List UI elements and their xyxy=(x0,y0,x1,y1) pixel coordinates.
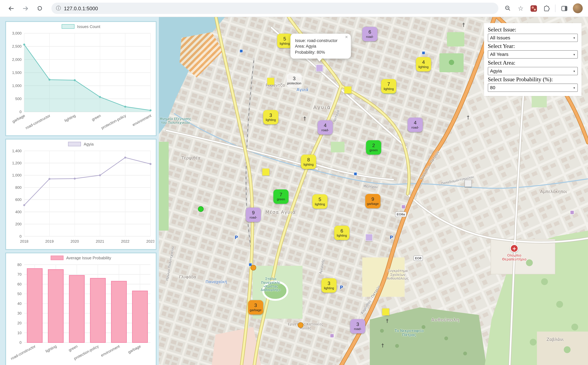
legend-swatch xyxy=(62,24,75,29)
map-square-marker[interactable] xyxy=(316,64,323,72)
cluster-count: 2 xyxy=(372,143,375,148)
zoom-icon xyxy=(504,5,511,12)
tooltip-arrow xyxy=(316,57,323,62)
issue-select[interactable]: All Issues▼ xyxy=(488,34,578,42)
bus-icon xyxy=(422,51,425,55)
map-cluster-marker[interactable]: 7lighting xyxy=(381,79,396,93)
svg-text:environment: environment xyxy=(100,344,120,358)
map-place-label: Ολύμπιο Θεραπευτήριο xyxy=(502,253,526,261)
svg-text:2022: 2022 xyxy=(121,239,129,243)
map-square-marker[interactable] xyxy=(262,168,269,175)
cluster-label: road- xyxy=(322,128,329,132)
route-badge: ΕΟ8α xyxy=(395,212,406,217)
cluster-label: road- xyxy=(366,35,373,38)
extension-shortcut[interactable] xyxy=(529,4,538,13)
map-cluster-marker[interactable]: 3lighting xyxy=(263,110,278,124)
map-cluster-marker[interactable]: 6lighting xyxy=(334,226,349,240)
bus-icon xyxy=(240,49,243,53)
map-cluster-marker[interactable]: 5lighting xyxy=(312,194,327,209)
extension-colored-icon xyxy=(530,5,537,12)
cluster-count: 7 xyxy=(280,192,282,197)
map-cluster-marker[interactable]: 9road- xyxy=(246,207,261,222)
svg-text:10: 10 xyxy=(17,331,21,335)
back-arrow-icon xyxy=(7,5,14,12)
bookmark-button[interactable]: ☆ xyxy=(517,4,525,13)
svg-text:80: 80 xyxy=(17,263,21,267)
parking-icon: P xyxy=(390,235,393,240)
extensions-menu[interactable] xyxy=(542,4,551,13)
svg-text:50: 50 xyxy=(17,292,21,296)
legend-label: Issues Count xyxy=(77,24,100,29)
map-cluster-marker[interactable]: 2green xyxy=(366,140,381,154)
parking-icon: P xyxy=(235,235,238,240)
map-cluster-marker[interactable]: 7green xyxy=(273,190,288,204)
cluster-count: 9 xyxy=(371,197,374,202)
svg-text:40: 40 xyxy=(17,302,21,306)
svg-text:2023: 2023 xyxy=(146,239,154,243)
svg-text:lighting: lighting xyxy=(45,344,57,353)
forward-arrow-icon xyxy=(22,5,29,12)
map-square-marker[interactable] xyxy=(267,78,274,85)
svg-text:800: 800 xyxy=(15,185,22,190)
tooltip-issue: Issue: road-constructor xyxy=(295,38,346,43)
cross-icon: † xyxy=(381,342,384,348)
avg-probability-chart: 01020304050607080road-constructorlightin… xyxy=(7,262,154,363)
area-select[interactable]: Agyia▼ xyxy=(488,67,578,75)
svg-text:30: 30 xyxy=(17,311,21,315)
map-dot-marker[interactable] xyxy=(198,206,204,212)
svg-text:2,500: 2,500 xyxy=(12,44,22,49)
map-square-marker[interactable] xyxy=(344,86,351,94)
map-cluster-marker[interactable]: 6road- xyxy=(362,27,377,41)
toolbar-divider xyxy=(555,5,555,12)
map-place-label: Συγκρότημα Σχολείων Ανθουπόλεως xyxy=(387,269,409,280)
page-info-icon[interactable]: ⓘ xyxy=(56,5,61,12)
browser-toolbar: ⓘ 127.0.0.1:5000 ☆ xyxy=(0,0,588,17)
cross-icon: † xyxy=(386,318,388,323)
legend-swatch xyxy=(51,256,64,260)
probability-select[interactable]: 80▼ xyxy=(488,84,578,92)
cluster-count: 3 xyxy=(269,113,272,118)
chart-legend[interactable]: Average Issue Probability xyxy=(7,254,155,262)
back-button[interactable] xyxy=(5,3,17,14)
chart-legend[interactable]: Issues Count xyxy=(7,23,155,30)
reload-button[interactable] xyxy=(34,3,45,14)
svg-text:lighting: lighting xyxy=(64,113,76,123)
forward-button[interactable] xyxy=(20,3,31,14)
svg-text:2021: 2021 xyxy=(96,239,104,243)
cross-icon: † xyxy=(304,115,306,121)
map-square-marker[interactable] xyxy=(365,234,373,241)
map-cluster-marker[interactable]: 4lighting xyxy=(416,57,431,71)
map-canvas[interactable]: ΡομάντζαΑγυιάΑγυιάΜέσα ΑγυιάΤερψιθέαΓλυφ… xyxy=(159,17,588,365)
year-select[interactable]: All Years▼ xyxy=(488,50,578,58)
zoom-button[interactable] xyxy=(504,4,512,13)
map-cluster-marker[interactable]: 4road- xyxy=(407,118,423,132)
cluster-count: 4 xyxy=(414,120,417,126)
map-place-label: Στάδιο Παναχαϊκής «Κώστας Δαβουρλής» xyxy=(261,277,281,292)
profile-avatar[interactable] xyxy=(573,3,583,13)
map-cluster-marker[interactable]: 5lighting xyxy=(277,34,292,48)
map-square-marker[interactable] xyxy=(465,180,472,187)
map-place-label: Αμπελόκηποι xyxy=(540,190,567,195)
map-cluster-marker[interactable]: 3lighting xyxy=(322,278,336,293)
area-filter-label: Select Area: xyxy=(488,59,578,66)
map-place-label: Γλυφάδα xyxy=(179,274,196,279)
address-bar[interactable]: ⓘ 127.0.0.1:5000 xyxy=(51,3,498,14)
map-cluster-marker[interactable]: 8lighting xyxy=(301,154,316,169)
probability-filter-label: Select Issue Probability (%): xyxy=(488,76,578,83)
cluster-label: lighting xyxy=(324,286,334,290)
map-square-marker[interactable] xyxy=(382,308,389,316)
map-cluster-marker[interactable]: 3protection- xyxy=(287,73,302,88)
cluster-count: 3 xyxy=(254,303,257,308)
map-cluster-marker[interactable]: 3road- xyxy=(350,319,365,333)
map-dot-marker[interactable] xyxy=(251,265,256,270)
map-cluster-marker[interactable]: 9garbage xyxy=(365,194,380,208)
map-dot-marker[interactable] xyxy=(298,322,303,328)
cluster-label: lighting xyxy=(384,87,394,91)
svg-text:road-constructor: road-constructor xyxy=(10,344,36,361)
svg-text:1,400: 1,400 xyxy=(12,149,22,153)
tooltip-close-icon[interactable]: × xyxy=(345,34,348,39)
side-panel-button[interactable] xyxy=(560,4,568,13)
chart-legend[interactable]: Agyia xyxy=(7,140,155,148)
map-cluster-marker[interactable]: 3garbage xyxy=(248,300,263,315)
map-cluster-marker[interactable]: 4road- xyxy=(318,120,333,134)
